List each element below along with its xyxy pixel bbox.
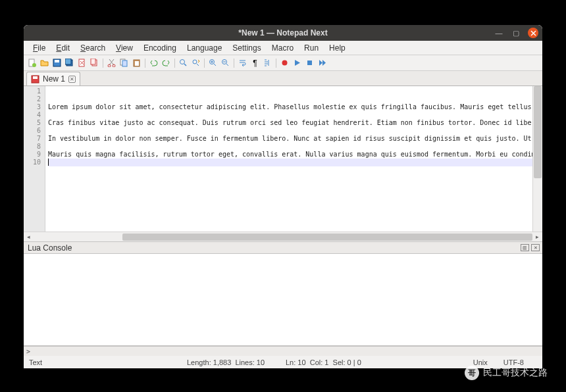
menu-run[interactable]: Run bbox=[299, 42, 324, 54]
find-icon[interactable] bbox=[178, 57, 189, 68]
line-number: 7 bbox=[24, 135, 45, 143]
text-line[interactable] bbox=[48, 87, 532, 95]
watermark-icon: 哥 bbox=[465, 366, 479, 380]
svg-rect-20 bbox=[307, 61, 312, 65]
lua-console-input[interactable]: > bbox=[24, 346, 542, 356]
menu-file[interactable]: File bbox=[28, 42, 51, 54]
maximize-button[interactable]: ▢ bbox=[511, 28, 521, 38]
status-position: Ln: 10 Col: 1 Sel: 0 | 0 bbox=[286, 358, 417, 366]
line-number: 9 bbox=[24, 151, 45, 159]
text-line[interactable] bbox=[48, 159, 532, 166]
line-number-gutter: 12345678910 bbox=[24, 86, 45, 232]
status-encoding: UTF-8 bbox=[503, 358, 524, 366]
lua-close-icon[interactable]: ✕ bbox=[531, 244, 540, 251]
menu-settings[interactable]: Settings bbox=[227, 42, 266, 54]
show-whitespace-icon[interactable]: ¶ bbox=[249, 57, 261, 68]
editor[interactable]: 12345678910 Lorem ipsum dolor sit amet, … bbox=[24, 86, 542, 232]
svg-rect-8 bbox=[91, 59, 95, 64]
vertical-scrollbar[interactable] bbox=[532, 86, 542, 232]
macro-record-icon[interactable] bbox=[279, 57, 290, 68]
new-file-icon[interactable] bbox=[26, 57, 38, 68]
menu-search[interactable]: Search bbox=[75, 42, 111, 54]
watermark-text: 民工哥技术之路 bbox=[483, 367, 548, 379]
lua-console-title: Lua Console bbox=[28, 243, 72, 253]
paste-icon[interactable] bbox=[131, 57, 142, 68]
line-number: 3 bbox=[24, 103, 45, 111]
svg-rect-12 bbox=[122, 61, 127, 66]
tab-label: New 1 bbox=[43, 74, 65, 84]
open-folder-icon[interactable] bbox=[39, 57, 50, 68]
save-icon[interactable] bbox=[51, 57, 63, 68]
svg-point-15 bbox=[180, 60, 185, 64]
macro-run-multi-icon[interactable] bbox=[317, 57, 328, 68]
toolbar: ¶ bbox=[24, 55, 542, 71]
line-number: 6 bbox=[24, 127, 45, 135]
line-number: 10 bbox=[24, 159, 45, 166]
menu-help[interactable]: Help bbox=[324, 42, 351, 54]
file-modified-icon bbox=[31, 75, 39, 84]
scroll-left-icon[interactable]: ◂ bbox=[24, 233, 34, 241]
status-length: Length: 1,883 Lines: 10 bbox=[187, 358, 286, 366]
tab-bar: New 1 ✕ bbox=[24, 71, 542, 86]
lua-undock-icon[interactable]: ▥ bbox=[521, 244, 529, 251]
close-button[interactable] bbox=[528, 28, 538, 38]
status-eol: Unix bbox=[473, 358, 488, 366]
text-line[interactable] bbox=[48, 127, 532, 135]
menu-macro[interactable]: Macro bbox=[267, 42, 299, 54]
line-number: 5 bbox=[24, 119, 45, 127]
menu-encoding[interactable]: Encoding bbox=[138, 42, 182, 54]
tab-new-1[interactable]: New 1 ✕ bbox=[26, 72, 80, 86]
text-line[interactable]: In vestibulum in dolor non semper. Fusce… bbox=[48, 135, 532, 143]
svg-point-1 bbox=[32, 63, 36, 67]
svg-rect-5 bbox=[65, 59, 71, 64]
line-number: 8 bbox=[24, 143, 45, 151]
cut-icon[interactable] bbox=[106, 57, 117, 68]
text-line[interactable] bbox=[48, 95, 532, 103]
zoom-out-icon[interactable] bbox=[220, 57, 231, 68]
menu-bar: FileEditSearchViewEncodingLanguageSettin… bbox=[24, 41, 542, 55]
lua-console-output[interactable] bbox=[24, 254, 542, 346]
scroll-right-icon[interactable]: ▸ bbox=[532, 233, 542, 241]
window-titlebar: *New 1 — Notepad Next — ▢ bbox=[24, 25, 542, 41]
save-all-icon[interactable] bbox=[64, 57, 75, 68]
line-number: 1 bbox=[24, 87, 45, 95]
tab-close-icon[interactable]: ✕ bbox=[68, 76, 76, 83]
line-number: 4 bbox=[24, 111, 45, 119]
menu-edit[interactable]: Edit bbox=[51, 42, 75, 54]
svg-rect-3 bbox=[55, 60, 59, 62]
status-filetype: Text bbox=[29, 358, 187, 366]
text-line[interactable]: Lorem ipsum dolor sit amet, consectetur … bbox=[48, 103, 532, 111]
minimize-button[interactable]: — bbox=[494, 28, 504, 38]
close-tab-icon[interactable] bbox=[76, 57, 88, 68]
macro-play-icon[interactable] bbox=[292, 57, 303, 68]
svg-point-19 bbox=[282, 61, 288, 66]
indent-guide-icon[interactable] bbox=[262, 57, 273, 68]
window-title: *New 1 — Notepad Next bbox=[24, 28, 542, 37]
replace-icon[interactable] bbox=[190, 57, 201, 68]
menu-language[interactable]: Language bbox=[182, 42, 227, 54]
close-all-icon[interactable] bbox=[89, 57, 100, 68]
text-line[interactable]: Cras finibus vitae justo ac consequat. D… bbox=[48, 119, 532, 127]
text-line[interactable] bbox=[48, 143, 532, 151]
word-wrap-icon[interactable] bbox=[237, 57, 248, 68]
horizontal-scrollbar[interactable]: ◂ ▸ bbox=[24, 232, 542, 241]
text-line[interactable] bbox=[48, 111, 532, 119]
svg-rect-22 bbox=[33, 76, 38, 79]
zoom-in-icon[interactable] bbox=[207, 57, 219, 68]
svg-point-16 bbox=[193, 60, 197, 64]
macro-stop-icon[interactable] bbox=[304, 57, 315, 68]
line-number: 2 bbox=[24, 95, 45, 103]
text-content[interactable]: Lorem ipsum dolor sit amet, consectetur … bbox=[45, 86, 532, 232]
menu-view[interactable]: View bbox=[111, 42, 138, 54]
undo-icon[interactable] bbox=[148, 57, 159, 68]
copy-icon[interactable] bbox=[118, 57, 130, 68]
lua-console-header: Lua Console ▥ ✕ bbox=[24, 241, 542, 254]
watermark: 哥 民工哥技术之路 bbox=[465, 366, 548, 380]
redo-icon[interactable] bbox=[161, 57, 172, 68]
svg-rect-14 bbox=[135, 61, 139, 66]
text-line[interactable]: Mauris quis magna facilisis, rutrum tort… bbox=[48, 151, 532, 159]
